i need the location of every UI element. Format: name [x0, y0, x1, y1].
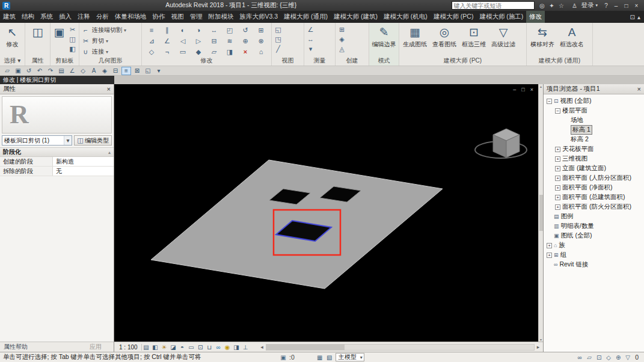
save-icon[interactable]: ▣: [13, 67, 23, 75]
demolish-icon[interactable]: ⌂: [257, 48, 266, 56]
tree-item-families[interactable]: + ⌂ 族: [544, 241, 644, 250]
mirror-draw-axis-icon[interactable]: ◑: [194, 26, 203, 34]
offset-icon[interactable]: ∥: [163, 26, 172, 34]
join-geometry-icon[interactable]: ◆: [194, 48, 203, 56]
phasing-section-header[interactable]: 阶段化 ▴: [0, 147, 114, 157]
detail-level-icon[interactable]: ▤: [142, 344, 151, 351]
ribbon-display-toggle-icon[interactable]: ⊡: [630, 14, 635, 20]
view-sheets-button[interactable]: ◎ 查看图纸: [431, 25, 458, 58]
design-option-select[interactable]: 主模型 ▾: [336, 353, 364, 361]
section-icon[interactable]: ⊟: [111, 67, 120, 75]
tree-item-area-plans-gross[interactable]: + 面积平面 (总建筑面积): [544, 192, 644, 202]
tab-manage[interactable]: 管理: [187, 11, 206, 23]
tab-modify[interactable]: 修改: [526, 11, 545, 23]
rotate-icon[interactable]: ↺: [241, 26, 250, 34]
array-icon[interactable]: ⊞: [257, 26, 266, 34]
cut-geometry-tool[interactable]: ✂ 剪切 ▾: [81, 35, 126, 46]
linework-icon[interactable]: ╱: [274, 45, 283, 53]
mirror-pick-axis-icon[interactable]: ◐: [179, 26, 188, 34]
tag-icon[interactable]: ◇: [78, 67, 88, 75]
close-icon[interactable]: ×: [107, 85, 111, 93]
collapse-section-icon[interactable]: ▴: [108, 150, 111, 155]
cope-tool[interactable]: ⌐ 连接端切割 ▾: [81, 25, 126, 35]
expand-icon[interactable]: +: [555, 176, 560, 181]
design-options-icon[interactable]: ▧: [325, 354, 334, 361]
property-value[interactable]: 无: [53, 167, 114, 176]
sign-in-button[interactable]: ♙ 登录 ▾: [570, 1, 598, 10]
select-pinned-icon[interactable]: ⊡: [594, 354, 604, 361]
properties-help-link[interactable]: 属性帮助: [4, 343, 28, 351]
generate-sheets-button[interactable]: ▦ 生成图纸: [401, 25, 429, 58]
collapse-icon[interactable]: −: [555, 108, 560, 114]
tree-item-legends[interactable]: ▤ 图例: [544, 212, 644, 221]
create-similar-icon[interactable]: ◈: [337, 35, 346, 43]
modify-tool-button[interactable]: ↖ 修改: [2, 25, 23, 58]
wall-opening-icon[interactable]: ▱: [210, 48, 219, 56]
redo-icon[interactable]: ↷: [46, 67, 55, 75]
split-with-gap-icon[interactable]: ≋: [225, 37, 235, 45]
match-type-properties-icon[interactable]: ◇: [147, 48, 156, 56]
temporary-hide-icon[interactable]: ∞: [214, 344, 223, 351]
tab-modeling-master-mep[interactable]: 建模大师 (机电): [381, 11, 431, 23]
view-minimize-icon[interactable]: –: [513, 87, 516, 93]
default-3d-view-icon[interactable]: ◈: [100, 67, 109, 75]
measure-icon[interactable]: ∠: [306, 26, 315, 34]
tree-item-area-plans-civil-defense[interactable]: + 面积平面 (人防分区面积): [544, 173, 644, 183]
hscroll-thumb[interactable]: [266, 345, 345, 350]
select-links-icon[interactable]: ∞: [575, 354, 584, 361]
communication-center-icon[interactable]: ✦: [547, 2, 557, 9]
app-icon[interactable]: R: [2, 2, 10, 10]
tree-item-sheets[interactable]: ▣ 图纸 (全部): [544, 231, 644, 241]
tab-insert[interactable]: 插入: [56, 11, 75, 23]
tab-annotate[interactable]: 注释: [75, 11, 93, 23]
worksets-icon[interactable]: ▦: [315, 354, 325, 361]
tab-family-library-master[interactable]: 族库大师V3.3: [237, 11, 281, 23]
match-type-icon[interactable]: ◧: [68, 45, 77, 53]
restore-icon[interactable]: □: [621, 2, 631, 9]
sync-icon[interactable]: ↺: [24, 67, 34, 75]
search-input[interactable]: [452, 1, 535, 10]
tree-item-site[interactable]: 场地: [544, 115, 644, 125]
unlock-view-icon[interactable]: ⊔: [205, 344, 214, 351]
render-icon[interactable]: ◓: [178, 344, 187, 351]
undo-icon[interactable]: ↶: [35, 67, 44, 75]
tab-view[interactable]: 视图: [168, 11, 187, 23]
text-icon[interactable]: A: [89, 67, 99, 75]
close-hidden-windows-icon[interactable]: ⊠: [132, 67, 142, 75]
tab-analyze[interactable]: 分析: [93, 11, 112, 23]
tab-modeling-master-arch[interactable]: 建模大师 (建筑): [331, 11, 381, 23]
delete-icon[interactable]: ×: [241, 48, 250, 56]
move-icon[interactable]: ↔: [210, 26, 219, 34]
sun-path-icon[interactable]: ☀: [160, 344, 169, 351]
tab-systems[interactable]: 系统: [37, 11, 56, 23]
vscroll-thumb[interactable]: [539, 195, 543, 231]
select-underlay-icon[interactable]: ▱: [584, 354, 594, 361]
tree-item-ceiling-plans[interactable]: + 天花板平面: [544, 144, 644, 154]
tree-item-3d-views[interactable]: + 三维视图: [544, 154, 644, 164]
tree-item-area-plans-fire[interactable]: + 面积平面 (防火分区面积): [544, 202, 644, 212]
hide-elements-icon[interactable]: ◱: [274, 26, 283, 34]
tab-modeling-master-general[interactable]: 建模大师 (通用): [281, 11, 331, 23]
paste-button[interactable]: ▣: [52, 25, 66, 58]
temporary-view-properties-icon[interactable]: ◨: [232, 344, 241, 351]
view-restore-icon[interactable]: □: [521, 87, 524, 93]
type-selector[interactable]: 楼板洞口剪切 (1) ▾: [2, 135, 72, 146]
crop-view-icon[interactable]: ▭: [187, 344, 196, 351]
tab-massing-site[interactable]: 体量和场地: [112, 11, 150, 23]
expand-icon[interactable]: +: [547, 243, 552, 248]
tab-modeling-master-pc[interactable]: 建模大师 (PC): [431, 11, 477, 23]
viewcube[interactable]: [475, 129, 527, 158]
scale-control[interactable]: 1 : 100: [115, 344, 142, 351]
hscroll-left-arrow[interactable]: ◂: [259, 344, 266, 350]
tab-architecture[interactable]: 建筑: [0, 11, 19, 23]
trim-extend-multiple-icon[interactable]: ▷: [194, 37, 203, 45]
minimize-icon[interactable]: –: [611, 2, 621, 9]
cope-icon[interactable]: ¬: [163, 48, 172, 56]
filter-icon[interactable]: ▽: [623, 354, 633, 361]
dimension-icon[interactable]: ↔: [306, 35, 315, 43]
tree-item-views[interactable]: − ⊡ 视图 (全部): [544, 96, 644, 106]
pan-align-button[interactable]: ⇆ 横移对齐: [529, 25, 556, 58]
copy-icon[interactable]: ◫: [68, 35, 77, 43]
split-element-icon[interactable]: ⊟: [210, 37, 219, 45]
tree-item-level-2[interactable]: 标高 2: [544, 135, 644, 144]
